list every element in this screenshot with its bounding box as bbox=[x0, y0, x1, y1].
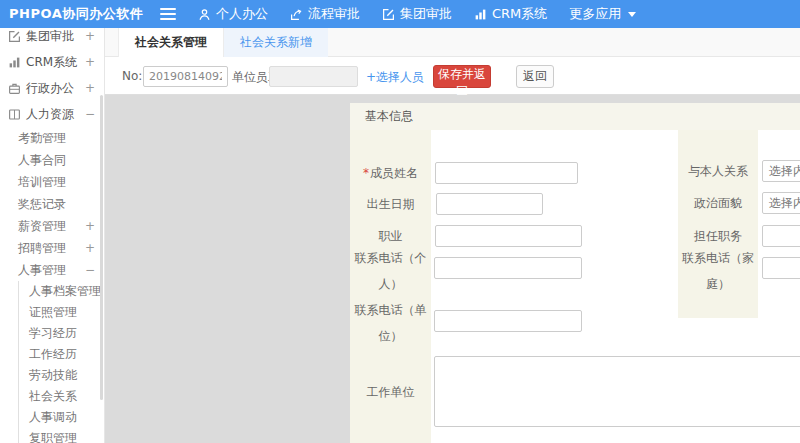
phone-work-label: 联系电话（单位） bbox=[354, 302, 427, 344]
relation-select[interactable]: 选择内容 bbox=[762, 160, 800, 182]
sidebar-item-salary-mgmt[interactable]: 薪资管理+ bbox=[0, 215, 104, 237]
sidebar-item-certificate-mgmt[interactable]: 证照管理 bbox=[19, 302, 104, 323]
sidebar-item-social-relations[interactable]: 社会关系 bbox=[19, 386, 104, 407]
topnav-personal-office[interactable]: 个人办公 bbox=[198, 5, 268, 23]
topbar: PHPOA协同办公软件 个人办公 流程审批 集团审批 CRM系统 更多应用 bbox=[0, 0, 800, 28]
edit-square-icon bbox=[8, 30, 21, 43]
edit-square-icon bbox=[382, 8, 395, 21]
birth-date-input[interactable] bbox=[436, 193, 543, 215]
required-mark: * bbox=[363, 160, 369, 186]
phone-personal-input[interactable] bbox=[434, 257, 582, 279]
sidebar-item-personnel-transfer[interactable]: 人事调动 bbox=[19, 407, 104, 428]
sidebar-subtree-personnel: 人事档案管理 证照管理 学习经历 工作经历 劳动技能 社会关系 人事调动 复职管… bbox=[18, 281, 104, 443]
book-icon bbox=[8, 108, 21, 121]
birth-date-label: 出生日期 bbox=[354, 193, 427, 215]
member-name-input[interactable] bbox=[435, 162, 578, 184]
employee-input[interactable] bbox=[269, 66, 358, 87]
tab-social-relations-new[interactable]: 社会关系新增 bbox=[224, 28, 328, 57]
tab-bar: 社会关系管理 社会关系新增 bbox=[105, 28, 800, 57]
form-toolbar: No: 单位员工: +选择人员 保存并返回 返回 bbox=[105, 57, 800, 95]
tab-social-relations-mgmt[interactable]: 社会关系管理 bbox=[118, 28, 224, 57]
section-title: 基本信息 bbox=[350, 103, 800, 130]
occupation-input[interactable] bbox=[435, 225, 582, 247]
topnav-group-approval[interactable]: 集团审批 bbox=[382, 5, 452, 23]
phone-home-input[interactable] bbox=[762, 257, 800, 279]
top-navigation: 个人办公 流程审批 集团审批 CRM系统 更多应用 bbox=[198, 5, 658, 23]
user-icon bbox=[198, 8, 211, 21]
sidebar-item-reinstatement-mgmt[interactable]: 复职管理 bbox=[19, 428, 104, 443]
no-input[interactable] bbox=[143, 66, 228, 87]
political-label: 政治面貌 bbox=[682, 192, 754, 214]
phone-work-input[interactable] bbox=[434, 310, 582, 332]
caret-down-icon bbox=[628, 12, 636, 17]
political-select[interactable]: 选择内容 bbox=[762, 192, 800, 214]
return-button[interactable]: 返回 bbox=[516, 65, 554, 88]
topnav-workflow-approval[interactable]: 流程审批 bbox=[290, 5, 360, 23]
topnav-crm-system[interactable]: CRM系统 bbox=[474, 5, 547, 23]
sidebar-item-recruit-mgmt[interactable]: 招聘管理+ bbox=[0, 237, 104, 259]
bar-chart-icon bbox=[8, 56, 21, 69]
topnav-more-apps[interactable]: 更多应用 bbox=[569, 5, 636, 23]
main-workspace: 基本信息 *成员姓名 与本人关系 选择内容 出生日期 政治面貌 选择内容 职业 bbox=[105, 95, 800, 443]
member-name-label: *成员姓名 bbox=[354, 162, 427, 184]
occupation-label: 职业 bbox=[354, 225, 427, 247]
position-input[interactable] bbox=[762, 225, 800, 247]
phone-home-label: 联系电话（家庭） bbox=[682, 250, 754, 292]
save-and-return-button[interactable]: 保存并返回 bbox=[433, 65, 491, 88]
sidebar-item-personnel-mgmt[interactable]: 人事管理− bbox=[0, 259, 104, 281]
app-title: PHPOA协同办公软件 bbox=[0, 5, 150, 23]
flow-icon bbox=[290, 8, 303, 21]
work-unit-textarea[interactable] bbox=[434, 356, 800, 427]
bar-chart-icon bbox=[474, 8, 487, 21]
briefcase-icon bbox=[8, 82, 21, 95]
sidebar-item-personnel-files[interactable]: 人事档案管理 bbox=[19, 281, 104, 302]
sidebar-item-admin-office[interactable]: 行政办公 + bbox=[0, 75, 104, 101]
sidebar-item-group-approval[interactable]: 集团审批 + bbox=[0, 28, 104, 49]
sidebar: 集团审批 + CRM系统 + 行政办公 + 人力资源 − 考勤管理 人事合同 培… bbox=[0, 28, 105, 443]
sidebar-item-study-experience[interactable]: 学习经历 bbox=[19, 323, 104, 344]
select-person-link[interactable]: +选择人员 bbox=[366, 69, 424, 86]
phpoa-app-window: PHPOA协同办公软件 个人办公 流程审批 集团审批 CRM系统 更多应用 bbox=[0, 0, 800, 443]
sidebar-item-work-experience[interactable]: 工作经历 bbox=[19, 344, 104, 365]
position-label: 担任职务 bbox=[682, 225, 754, 247]
content-area: 社会关系管理 社会关系新增 No: 单位员工: +选择人员 保存并返回 返回 基… bbox=[105, 28, 800, 443]
sidebar-item-human-resources[interactable]: 人力资源 − bbox=[0, 101, 104, 127]
sidebar-item-labor-skills[interactable]: 劳动技能 bbox=[19, 365, 104, 386]
sidebar-item-attendance-mgmt[interactable]: 考勤管理 bbox=[0, 127, 104, 149]
no-label: No: bbox=[122, 69, 142, 83]
relation-label: 与本人关系 bbox=[682, 160, 754, 182]
work-unit-label: 工作单位 bbox=[354, 356, 427, 427]
basic-info-panel: 基本信息 *成员姓名 与本人关系 选择内容 出生日期 政治面貌 选择内容 职业 bbox=[350, 103, 800, 443]
sidebar-scrollbar[interactable] bbox=[100, 95, 103, 400]
form-body: *成员姓名 与本人关系 选择内容 出生日期 政治面貌 选择内容 职业 担任职务 bbox=[350, 130, 800, 443]
sidebar-item-reward-punish[interactable]: 奖惩记录 bbox=[0, 193, 104, 215]
sidebar-item-training-mgmt[interactable]: 培训管理 bbox=[0, 171, 104, 193]
sidebar-item-hr-contract[interactable]: 人事合同 bbox=[0, 149, 104, 171]
sidebar-item-crm-system[interactable]: CRM系统 + bbox=[0, 49, 104, 75]
menu-toggle-icon[interactable] bbox=[160, 8, 176, 20]
phone-personal-label: 联系电话（个人） bbox=[354, 250, 427, 292]
